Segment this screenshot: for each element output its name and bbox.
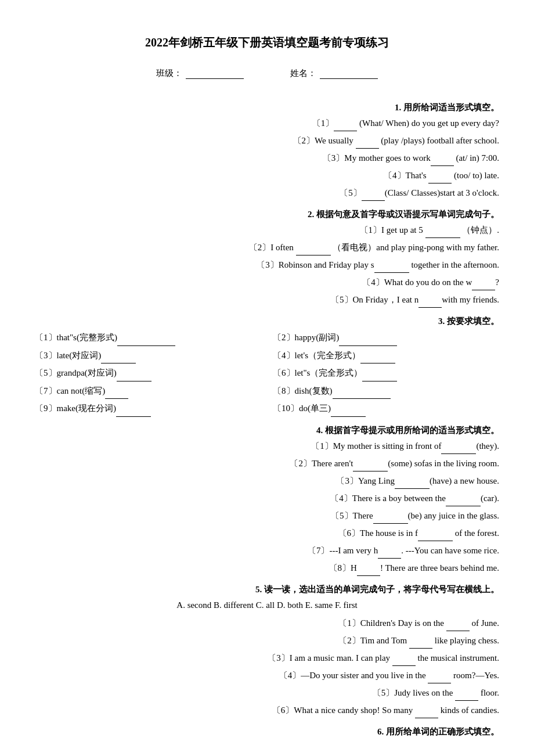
- section3-item3-left: 〔5〕grandpa(对应词): [35, 365, 261, 381]
- section5-title: 5. 读一读，选出适当的单词完成句子，将字母代号写在横线上。: [35, 584, 499, 595]
- name-label: 姓名：: [290, 68, 378, 79]
- section4-line7: 〔7〕---I am very h. ---You can have some …: [35, 543, 499, 559]
- page-title: 2022年剑桥五年级下册英语填空题考前专项练习: [35, 35, 499, 51]
- section2-line1: 〔1〕I get up at 5 （钟点）.: [35, 222, 499, 238]
- section3-item2-left: 〔3〕late(对应词): [35, 347, 261, 364]
- section3-item3-right: 〔6〕let"s（完全形式）: [273, 365, 499, 381]
- section5-options: A. second B. different C. all D. both E.…: [35, 597, 499, 613]
- section4-line6: 〔6〕The house is in f of the forest.: [35, 525, 499, 541]
- section6-title: 6. 用所给单词的正确形式填空。: [35, 726, 499, 737]
- section3-item5-left: 〔9〕make(现在分词): [35, 400, 261, 417]
- section1-line2: 〔2〕We usually (play /plays) football aft…: [35, 133, 499, 149]
- section6: 6. 用所给单词的正确形式填空。: [35, 726, 499, 737]
- section3-item4-left: 〔7〕can not(缩写): [35, 383, 261, 399]
- section1-title: 1. 用所给词适当形式填空。: [35, 102, 499, 113]
- section1-line3: 〔3〕My mother goes to work (at/ in) 7:00.: [35, 150, 499, 166]
- section1: 1. 用所给词适当形式填空。 〔1〕 (What/ When) do you g…: [35, 102, 499, 201]
- section5-line5: 〔5〕Judy lives on the floor.: [35, 685, 499, 701]
- section1-line1: 〔1〕 (What/ When) do you get up every day…: [35, 116, 499, 131]
- section2-line5: 〔5〕On Friday，I eat nwith my friends.: [35, 292, 499, 308]
- section4-line2: 〔2〕There aren't(some) sofas in the livin…: [35, 456, 499, 471]
- section2-title: 2. 根据句意及首字母或汉语提示写单词完成句子。: [35, 209, 499, 220]
- section4-line5: 〔5〕There(be) any juice in the glass.: [35, 508, 499, 524]
- section4: 4. 根据首字母提示或用所给词的适当形式填空。 〔1〕My mother is …: [35, 425, 499, 576]
- section4-line8: 〔8〕H! There are three bears behind me.: [35, 560, 499, 576]
- section2: 2. 根据句意及首字母或汉语提示写单词完成句子。 〔1〕I get up at …: [35, 209, 499, 308]
- section5-line4: 〔4〕—Do your sister and you live in the r…: [35, 668, 499, 683]
- section3-item4-right: 〔8〕dish(复数): [273, 383, 499, 399]
- section5-line1: 〔1〕Children's Day is on the of June.: [35, 615, 499, 631]
- section4-line1: 〔1〕My mother is sitting in front of(they…: [35, 438, 499, 454]
- section2-line2: 〔2〕I often （看电视）and play ping-pong with …: [35, 240, 499, 255]
- section3-title: 3. 按要求填空。: [35, 316, 499, 327]
- section3-item2-right: 〔4〕let's（完全形式）: [273, 347, 499, 364]
- section3-item5-right: 〔10〕do(单三): [273, 400, 499, 417]
- class-label: 班级：: [156, 68, 244, 79]
- section1-line5: 〔5〕(Class/ Classes)start at 3 o'clock.: [35, 185, 499, 201]
- section5-line3: 〔3〕I am a music man. I can play the musi…: [35, 650, 499, 666]
- section2-line4: 〔4〕What do you do on the w?: [35, 275, 499, 290]
- section3-item1-right: 〔2〕happy(副词): [273, 329, 499, 346]
- section3-grid: 〔1〕that"s(完整形式) 〔2〕happy(副词) 〔3〕late(对应词…: [35, 329, 499, 417]
- section3: 3. 按要求填空。 〔1〕that"s(完整形式) 〔2〕happy(副词) 〔…: [35, 316, 499, 417]
- section4-line4: 〔4〕There is a boy between the(car).: [35, 491, 499, 506]
- class-blank: [186, 69, 244, 79]
- section3-item1-left: 〔1〕that"s(完整形式): [35, 329, 261, 346]
- student-info: 班级： 姓名：: [35, 68, 499, 79]
- section5-line2: 〔2〕Tim and Tom like playing chess.: [35, 633, 499, 649]
- section2-line3: 〔3〕Robinson and Friday play s together i…: [35, 257, 499, 273]
- section5-line6: 〔6〕What a nice candy shop! So many kinds…: [35, 703, 499, 718]
- section4-line3: 〔3〕Yang Ling(have) a new house.: [35, 473, 499, 489]
- section1-line4: 〔4〕That's (too/ to) late.: [35, 168, 499, 183]
- name-blank: [320, 69, 378, 79]
- section5: 5. 读一读，选出适当的单词完成句子，将字母代号写在横线上。 A. second…: [35, 584, 499, 718]
- section4-title: 4. 根据首字母提示或用所给词的适当形式填空。: [35, 425, 499, 436]
